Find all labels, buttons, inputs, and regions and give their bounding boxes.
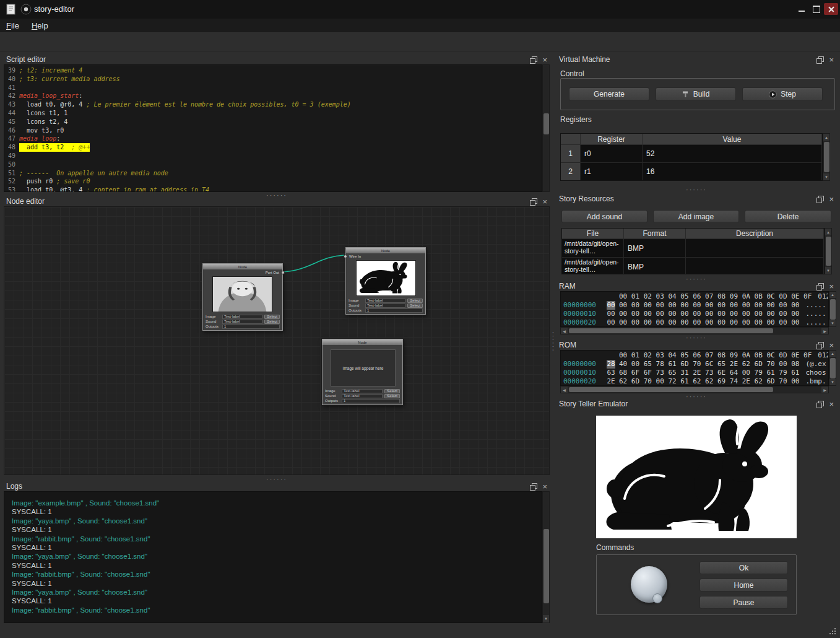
maximize-button[interactable] xyxy=(809,3,823,15)
scroll-right-icon[interactable]: ▶ xyxy=(821,328,828,334)
script-vertical-scrollbar[interactable] xyxy=(542,64,550,192)
close-panel-icon[interactable]: × xyxy=(829,342,834,349)
vertical-splitter-handle[interactable]: ······ xyxy=(551,52,555,632)
add-image-button[interactable]: Add image xyxy=(653,210,739,223)
float-panel-icon[interactable] xyxy=(816,56,823,63)
scrollbar-thumb[interactable] xyxy=(830,299,836,320)
float-panel-icon[interactable] xyxy=(816,196,823,203)
menu-file[interactable]: File xyxy=(0,20,25,32)
outputs-value-box[interactable]: 1 xyxy=(342,399,400,403)
scrollbar-thumb[interactable] xyxy=(830,358,836,378)
outputs-value-box[interactable]: 1 xyxy=(222,325,280,329)
close-panel-icon[interactable]: × xyxy=(542,198,547,205)
ram-vertical-scrollbar[interactable]: ▲ ▼ xyxy=(829,291,836,327)
scroll-right-icon[interactable]: ▶ xyxy=(821,387,828,393)
graph-node-media-2[interactable]: Node Wire In ImageTest-labelSelect Sound… xyxy=(345,247,426,315)
float-panel-icon[interactable] xyxy=(530,56,537,63)
close-panel-icon[interactable]: × xyxy=(829,401,834,408)
wire-connection[interactable] xyxy=(283,255,344,272)
ok-button[interactable]: Ok xyxy=(699,561,788,574)
scrollbar-thumb[interactable] xyxy=(569,387,773,392)
node-titlebar[interactable]: Node xyxy=(346,248,425,253)
rom-hex-view[interactable]: 00 01 02 03 04 05 06 07 08 09 0A 0B 0C 0… xyxy=(560,350,829,386)
step-button[interactable]: Step xyxy=(742,87,823,101)
add-sound-button[interactable]: Add sound xyxy=(561,210,647,223)
select-button[interactable]: Select xyxy=(384,394,400,398)
select-button[interactable]: Select xyxy=(264,315,280,319)
select-button[interactable]: Select xyxy=(264,320,280,324)
resource-row[interactable]: /mnt/data/git/open-story-tell… BMP xyxy=(562,258,824,274)
menu-help[interactable]: Help xyxy=(25,20,54,32)
scroll-up-icon[interactable]: ▲ xyxy=(829,351,836,357)
image-value-box[interactable]: Test-label xyxy=(342,389,383,393)
scroll-up-icon[interactable]: ▲ xyxy=(825,229,831,235)
minimize-button[interactable] xyxy=(794,3,808,15)
close-button[interactable] xyxy=(824,3,838,15)
hex-row[interactable]: 00000000 28 40 00 65 78 61 6D 70 6C 65 2… xyxy=(563,360,828,369)
generate-button[interactable]: Generate xyxy=(569,87,649,101)
build-button[interactable]: Build xyxy=(656,87,736,101)
rom-vertical-scrollbar[interactable]: ▲ ▼ xyxy=(829,350,836,386)
splitter-handle[interactable]: ······ xyxy=(555,394,838,398)
resources-scrollbar[interactable]: ▲ ▼ xyxy=(825,228,832,274)
scroll-left-icon[interactable]: ◀ xyxy=(561,328,568,334)
log-output[interactable]: Image: "example.bmp" , Sound: "choose1.s… xyxy=(4,491,542,623)
node-titlebar[interactable]: Node xyxy=(323,339,402,345)
splitter-handle[interactable]: ······ xyxy=(555,335,838,339)
close-panel-icon[interactable]: × xyxy=(542,483,547,490)
sound-value-box[interactable]: Test-label xyxy=(365,304,405,308)
float-panel-icon[interactable] xyxy=(816,342,823,349)
float-panel-icon[interactable] xyxy=(816,401,823,408)
scroll-up-icon[interactable]: ▲ xyxy=(829,292,836,298)
resource-row[interactable]: /mnt/data/git/open-story-tell… BMP xyxy=(562,239,824,258)
splitter-handle[interactable]: ······ xyxy=(555,276,838,281)
sound-value-box[interactable]: Test-label xyxy=(222,320,262,324)
graph-node-media-1[interactable]: Node Port Out ImageTest-labelSelect Soun… xyxy=(202,263,283,331)
pause-button[interactable]: Pause xyxy=(699,596,788,609)
node-canvas[interactable]: Node Port Out ImageTest-labelSelect Soun… xyxy=(4,206,550,475)
scroll-down-icon[interactable]: ▼ xyxy=(823,173,829,180)
register-row[interactable]: 1 r0 52 xyxy=(561,145,822,163)
close-panel-icon[interactable]: × xyxy=(829,196,834,203)
hex-row[interactable]: 00000010 63 68 6F 6F 73 65 31 2E 73 6E 6… xyxy=(563,369,828,377)
output-pin[interactable] xyxy=(281,271,285,274)
select-button[interactable]: Select xyxy=(384,389,400,393)
scrollbar-thumb[interactable] xyxy=(569,328,773,333)
image-value-box[interactable]: Test-label xyxy=(365,299,405,303)
close-panel-icon[interactable]: × xyxy=(542,56,547,63)
splitter-handle[interactable]: ······ xyxy=(555,187,838,191)
scrollbar-thumb[interactable] xyxy=(543,113,549,134)
registers-scrollbar[interactable]: ▲ ▼ xyxy=(823,133,830,181)
hex-row[interactable]: 00000020 00 00 00 00 00 00 00 00 00 00 0… xyxy=(563,318,828,327)
hex-row[interactable]: 00000000 00 00 00 00 00 00 00 00 00 00 0… xyxy=(563,301,828,310)
scroll-down-icon[interactable]: ▼ xyxy=(829,320,836,326)
select-button[interactable]: Select xyxy=(407,299,423,303)
graph-node-media-3[interactable]: Node Image will appear here ImageTest-la… xyxy=(322,339,403,405)
delete-button[interactable]: Delete xyxy=(745,210,831,223)
hex-row[interactable]: 00000020 2E 62 6D 70 00 72 61 62 62 69 7… xyxy=(563,377,828,386)
close-panel-icon[interactable]: × xyxy=(829,56,834,63)
scrollbar-thumb[interactable] xyxy=(826,237,831,266)
scroll-down-icon[interactable]: ▼ xyxy=(825,267,831,274)
knob-indicator-dot[interactable] xyxy=(652,593,662,603)
outputs-value-box[interactable]: 1 xyxy=(365,308,423,313)
scroll-up-icon[interactable]: ▲ xyxy=(823,134,829,141)
float-panel-icon[interactable] xyxy=(530,198,537,205)
scroll-left-icon[interactable]: ◀ xyxy=(561,387,568,393)
scroll-down-icon[interactable]: ▼ xyxy=(543,615,549,623)
home-button[interactable]: Home xyxy=(699,579,788,592)
select-button[interactable]: Select xyxy=(407,304,423,308)
logs-vertical-scrollbar[interactable]: ▼ xyxy=(542,491,550,623)
node-titlebar[interactable]: Node xyxy=(203,264,282,269)
window-resize-grip[interactable] xyxy=(828,627,837,636)
float-panel-icon[interactable] xyxy=(816,283,823,290)
scrollbar-thumb[interactable] xyxy=(543,529,549,603)
hex-row[interactable]: 00000010 00 00 00 00 00 00 00 00 00 00 0… xyxy=(563,310,828,318)
input-pin[interactable] xyxy=(344,255,347,258)
splitter-handle[interactable]: ······ xyxy=(2,476,551,481)
scroll-down-icon[interactable]: ▼ xyxy=(829,379,836,385)
close-panel-icon[interactable]: × xyxy=(829,283,834,290)
scrollbar-thumb[interactable] xyxy=(824,142,829,172)
script-editor-area[interactable]: 39 ; t2: increment 4 40 ; t3: current me… xyxy=(4,64,542,192)
float-panel-icon[interactable] xyxy=(530,483,537,490)
